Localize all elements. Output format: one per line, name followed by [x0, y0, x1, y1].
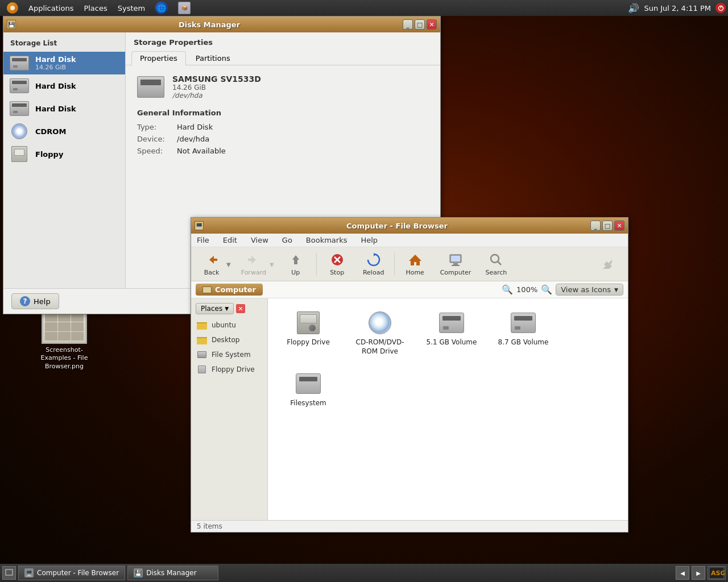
taskbar-show-desktop[interactable]	[2, 566, 16, 580]
places-close-button[interactable]: ✕	[236, 304, 245, 313]
datetime-label: Sun Jul 2, 4:11 PM	[644, 4, 711, 13]
fb-window-icon: 🖥️	[195, 221, 204, 230]
file-item-floppy-drive[interactable]: Floppy Drive	[277, 307, 340, 359]
cdrom-shape-main	[369, 311, 391, 334]
fb-menu-bookmarks[interactable]: Bookmarks	[304, 235, 350, 246]
cdrom-shape	[11, 123, 27, 139]
floppy-icon-item	[9, 146, 30, 162]
power-button[interactable]	[715, 3, 726, 13]
zoom-in-icon[interactable]: 🔍	[541, 284, 552, 295]
storage-item-cdrom[interactable]: CDROM	[3, 120, 125, 143]
fb-maximize-button[interactable]: □	[602, 221, 613, 231]
floppy-drive-shape	[297, 311, 320, 334]
sidebar-item-desktop[interactable]: Desktop	[191, 332, 267, 347]
storage-item-harddisk-1[interactable]: Hard Disk 14.26 GiB	[3, 52, 125, 74]
floppy-shape	[11, 146, 27, 162]
app-menu-icon[interactable]	[2, 1, 23, 15]
device-details: SAMSUNG SV1533D 14.26 GiB /dev/hda	[172, 74, 261, 99]
tab-partitions[interactable]: Partitions	[187, 51, 239, 65]
svg-point-15	[491, 255, 499, 263]
storage-list: Storage List Hard Disk 14.26 GiB Hard Di…	[3, 32, 126, 288]
sidebar-item-floppy[interactable]: Floppy Drive	[191, 362, 267, 377]
tools-area	[590, 254, 624, 275]
fb-menu-go[interactable]: Go	[280, 235, 295, 246]
taskbar-corner-right[interactable]: ▶	[692, 566, 705, 580]
device-path: /dev/hda	[172, 92, 261, 99]
tab-properties[interactable]: Properties	[131, 51, 186, 65]
taskbar-btn-disksmanager[interactable]: 💾 Disks Manager	[127, 566, 218, 580]
sidebar-item-filesystem[interactable]: File System	[191, 347, 267, 362]
fb-menu-file[interactable]: File	[195, 235, 212, 246]
system-menu[interactable]: System	[113, 3, 150, 14]
fb-menu-edit[interactable]: Edit	[221, 235, 239, 246]
fb-menu-help[interactable]: Help	[358, 235, 380, 246]
back-button[interactable]: Back	[195, 250, 229, 278]
info-row-device: Device: /dev/hda	[137, 135, 429, 143]
help-button[interactable]: ? Help	[11, 293, 59, 309]
disks-close-button[interactable]: ✕	[427, 19, 437, 30]
fb-menu-view[interactable]: View	[249, 235, 271, 246]
svg-rect-13	[453, 263, 458, 265]
location-computer-badge: Computer	[196, 284, 263, 296]
help-circle-icon: ?	[20, 296, 30, 306]
forward-button[interactable]: Forward	[235, 250, 272, 278]
sidebar-item-ubuntu[interactable]: ubuntu	[191, 318, 267, 332]
filesystem-shape	[296, 373, 321, 394]
taskbar-filebrowser-icon: 🖥️	[24, 568, 34, 577]
fb-window-title: Computer - File Browser	[207, 222, 587, 230]
home-label: Home	[406, 269, 424, 276]
svg-line-16	[498, 261, 501, 265]
applications-menu[interactable]: Applications	[24, 3, 78, 14]
cdrom-label: CD-ROM/DVD-ROM Drive	[352, 338, 408, 356]
floppy-info: Floppy	[35, 150, 63, 159]
zoom-out-icon[interactable]: 🔍	[502, 284, 513, 295]
places-dropdown[interactable]: Places ▼	[196, 303, 234, 314]
reload-label: Reload	[363, 269, 384, 276]
taskbar-top: Applications Places System 🌐 📦 🔊 Sun Jul…	[0, 0, 728, 16]
thumbnail-grid	[44, 312, 85, 342]
svg-marker-3	[209, 256, 217, 264]
taskbar-disksmanager-icon: 💾	[134, 568, 143, 577]
toolbar-separator-1	[316, 253, 317, 276]
taskbar-btn-filebrowser[interactable]: 🖥️ Computer - File Browser	[18, 566, 125, 580]
home-button[interactable]: Home	[398, 250, 432, 278]
desktop-screenshot-icon[interactable]: Screenshot-Examples - FileBrowser.png	[39, 310, 90, 371]
search-button[interactable]: Search	[479, 250, 513, 278]
device-icon-large	[137, 76, 164, 98]
harddisk-1-name: Hard Disk	[35, 55, 76, 64]
ubuntu-folder-icon	[197, 320, 207, 330]
network-icon-btn[interactable]: 🌐	[151, 1, 172, 15]
storage-item-harddisk-2[interactable]: Hard Disk	[3, 74, 125, 97]
search-label: Search	[485, 269, 507, 276]
storage-item-harddisk-3[interactable]: Hard Disk	[3, 97, 125, 120]
file-item-filesystem[interactable]: Filesystem	[277, 368, 340, 411]
87gb-label: 8.7 GB Volume	[498, 338, 549, 347]
51gb-hdd-shape	[439, 313, 464, 333]
fb-close-button[interactable]: ✕	[614, 221, 624, 231]
87gb-hdd-shape	[511, 313, 536, 333]
tools-button[interactable]	[590, 254, 624, 275]
disks-minimize-button[interactable]: _	[403, 19, 413, 30]
file-item-cdrom[interactable]: CD-ROM/DVD-ROM Drive	[349, 307, 411, 359]
places-menu[interactable]: Places	[79, 3, 111, 14]
back-dropdown[interactable]: ▼	[226, 260, 231, 268]
svg-rect-20	[197, 338, 207, 344]
disks-maximize-button[interactable]: □	[415, 19, 425, 30]
file-item-87gb[interactable]: 8.7 GB Volume	[492, 307, 555, 359]
file-item-51gb[interactable]: 5.1 GB Volume	[420, 307, 483, 359]
taskbar-corner-left[interactable]: ◀	[676, 566, 689, 580]
fb-window-controls: _ □ ✕	[590, 221, 624, 231]
harddisk-1-info: Hard Disk 14.26 GiB	[35, 55, 76, 71]
computer-badge-icon	[202, 286, 212, 293]
store-icon-btn[interactable]: 📦	[173, 1, 195, 15]
properties-tabs: Properties Partitions	[126, 51, 440, 65]
stop-button[interactable]: Stop	[320, 250, 354, 278]
fb-minimize-button[interactable]: _	[590, 221, 601, 231]
up-button[interactable]: Up	[279, 250, 313, 278]
storage-item-floppy[interactable]: Floppy	[3, 143, 125, 165]
view-selector-dropdown[interactable]: View as Icons ▼	[556, 284, 623, 296]
desktop-item-label: Desktop	[212, 336, 240, 344]
computer-button[interactable]: Computer	[435, 250, 477, 278]
reload-button[interactable]: Reload	[357, 250, 391, 278]
floppy-shape-sidebar	[198, 365, 206, 373]
